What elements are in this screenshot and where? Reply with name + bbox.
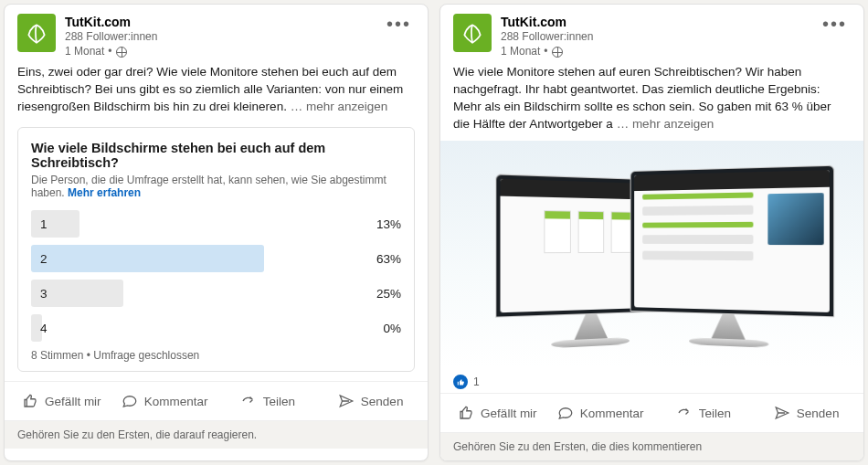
like-label: Gefällt mir	[481, 407, 537, 420]
poll-option-pct: 0%	[383, 322, 401, 335]
poll-option-label: 1	[31, 217, 48, 231]
author-name[interactable]: TutKit.com	[65, 14, 374, 30]
age-text: 1 Monat	[65, 45, 104, 59]
send-icon	[338, 393, 355, 409]
dot-separator: •	[108, 45, 111, 59]
poll-option-label: 4	[31, 322, 48, 335]
post-header: TutKit.com 288 Follower:innen 1 Monat • …	[5, 5, 428, 64]
like-label: Gefällt mir	[45, 395, 101, 408]
globe-icon	[552, 47, 563, 58]
send-label: Senden	[797, 407, 840, 420]
send-button[interactable]: Senden	[755, 396, 858, 430]
poll-bar	[31, 245, 264, 272]
post-header: TutKit.com 288 Follower:innen 1 Monat • …	[440, 5, 863, 64]
post-age: 1 Monat •	[501, 45, 810, 59]
follower-count: 288 Follower:innen	[65, 30, 374, 45]
poll-footer: 8 Stimmen • Umfrage geschlossen	[31, 349, 401, 362]
share-label: Teilen	[699, 407, 731, 420]
poll-option[interactable]: 1 13%	[31, 210, 401, 238]
poll-learn-more-link[interactable]: Mehr erfahren	[68, 186, 141, 199]
reaction-count: 1	[473, 375, 480, 388]
like-reaction-icon	[453, 375, 468, 389]
post-body: Wie viele Monitore stehen auf euren Schr…	[440, 64, 863, 141]
avatar[interactable]	[17, 14, 56, 52]
post-card: TutKit.com 288 Follower:innen 1 Monat • …	[439, 4, 864, 461]
post-body: Eins, zwei oder gar drei? Wie viele Moni…	[5, 64, 428, 123]
poll-option-label: 3	[31, 287, 48, 301]
see-more-link[interactable]: … mehr anzeigen	[617, 117, 715, 131]
author-block: TutKit.com 288 Follower:innen 1 Monat •	[501, 14, 810, 58]
poll-option[interactable]: 3 25%	[31, 280, 401, 307]
poll-option[interactable]: 2 63%	[31, 245, 401, 272]
like-button[interactable]: Gefällt mir	[446, 396, 549, 430]
author-name[interactable]: TutKit.com	[501, 14, 810, 30]
reaction-prompt: Gehören Sie zu den Ersten, die darauf re…	[5, 420, 428, 449]
share-icon	[240, 393, 257, 409]
share-label: Teilen	[263, 395, 295, 408]
thumbs-up-icon	[458, 405, 474, 421]
comment-button[interactable]: Kommentar	[113, 384, 217, 418]
poll-title: Wie viele Bildschirme stehen bei euch au…	[31, 141, 401, 170]
share-button[interactable]: Teilen	[652, 396, 756, 430]
post-age: 1 Monat •	[65, 45, 374, 59]
post-actions: Gefällt mir Kommentar Teilen Senden	[5, 381, 428, 420]
send-icon	[774, 405, 790, 421]
follower-count: 288 Follower:innen	[501, 30, 810, 45]
brand-icon	[25, 21, 48, 45]
poll-option-pct: 25%	[376, 287, 401, 301]
post-image[interactable]	[440, 141, 863, 367]
share-icon	[676, 405, 693, 421]
comment-label: Kommentar	[580, 407, 644, 420]
share-button[interactable]: Teilen	[217, 384, 320, 418]
avatar[interactable]	[453, 14, 492, 52]
see-more-link[interactable]: … mehr anzeigen	[291, 100, 388, 113]
send-label: Senden	[361, 395, 404, 408]
send-button[interactable]: Senden	[319, 384, 422, 418]
like-button[interactable]: Gefällt mir	[10, 384, 113, 418]
dot-separator: •	[544, 45, 547, 59]
post-card: TutKit.com 288 Follower:innen 1 Monat • …	[4, 4, 429, 461]
more-options-button[interactable]: •••	[383, 14, 415, 35]
age-text: 1 Monat	[501, 45, 540, 59]
brand-icon	[460, 21, 484, 45]
poll-widget: Wie viele Bildschirme stehen bei euch au…	[17, 127, 415, 372]
reaction-prompt: Gehören Sie zu den Ersten, die dies komm…	[440, 432, 863, 460]
poll-option[interactable]: 4 0%	[31, 314, 401, 342]
more-options-button[interactable]: •••	[819, 14, 851, 35]
comment-button[interactable]: Kommentar	[549, 396, 652, 430]
poll-subtitle: Die Person, die die Umfrage erstellt hat…	[31, 174, 401, 199]
post-actions: Gefällt mir Kommentar Teilen Senden	[440, 393, 863, 432]
globe-icon	[116, 47, 127, 58]
comment-icon	[557, 405, 574, 421]
thumbs-up-icon	[22, 393, 38, 409]
reaction-summary[interactable]: 1	[440, 371, 863, 393]
poll-option-pct: 63%	[376, 252, 401, 266]
poll-option-label: 2	[31, 252, 48, 266]
comment-label: Kommentar	[144, 395, 208, 408]
monitor-illustration	[630, 165, 835, 318]
poll-option-pct: 13%	[376, 217, 401, 231]
author-block: TutKit.com 288 Follower:innen 1 Monat •	[65, 14, 374, 58]
comment-icon	[122, 393, 138, 409]
